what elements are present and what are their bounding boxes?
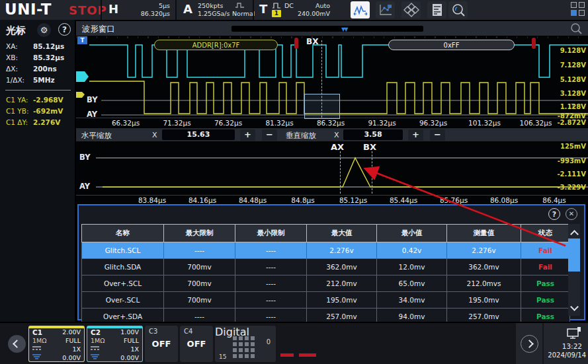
trigger-coupling: DC [284,2,294,9]
vzoom-minus-button[interactable]: − [430,129,445,141]
time-tick-label: 84.48µs [239,196,267,204]
trigger-time-marker[interactable]: T [77,36,87,44]
voltage-tick-label: -3.229V [557,184,586,191]
channel2-tile[interactable]: C21.00V 1MΩFULL 1X 0.00V [87,326,143,362]
table-cell: 34.0mv [377,292,447,309]
measure-analysis-button[interactable] [351,1,370,18]
table-scrollbar[interactable] [568,224,580,316]
time-tick-label: 106.32µs [520,119,552,127]
channel-bar-next-button[interactable] [521,335,538,353]
grid-ticks [76,36,588,38]
usb-device-icon [566,326,582,340]
acquire-section[interactable]: A 250kpts 1.25GSa/s Normal [175,0,254,20]
main-waveform-view[interactable]: T ADDR[R]:0x7F 0xFF BX BY AY T 9.128V7.1… [76,36,588,127]
cursor-readout: XB:85.32µs [0,52,76,63]
channel2-impedance: 1MΩ [91,337,105,344]
table-header-cell: 最大值 [307,225,377,242]
bus-decode-label-addr: ADDR[R]:0x7F [154,40,278,50]
channel1-tile[interactable]: C12.00V 1MΩFULL 1X 0.00V [28,326,85,362]
table-cell: Over+.SCL [82,275,164,292]
digital-channels-tile[interactable]: Digital 0 15 [215,326,276,362]
gear-icon[interactable]: ⚙ [37,23,51,37]
cursor-readout: C1 ΔY:2.276V [0,117,76,128]
zoom-waveform-view[interactable]: AX BX BY AY 125mV-993mV-2.111V-3.229V 83… [76,142,588,205]
table-cell: 65.0mv [377,275,447,292]
digital-bit [239,348,243,352]
channel-bar: C12.00V 1MΩFULL 1X 0.00V C21.00V 1MΩFULL… [0,322,588,364]
table-cell: Over-.SCL [82,292,164,309]
time-tick-label: 66.32µs [112,119,140,127]
table-header-cell: 名称 [82,225,164,242]
panel-close-icon[interactable]: ✕ [566,208,577,220]
cursor-bx-line-zoom[interactable] [372,151,372,194]
time-tick-label: 83.84µs [138,196,166,204]
time-tick-label: 85.44µs [390,196,417,204]
voltage-tick-label: 125mV [560,143,586,150]
cursor-sidebar: 光标 ⚙ ? XA:85.12µsXB:85.32µsΔX:200ns1/ΔX:… [0,20,76,322]
wave-window-titlebar: 波形窗口 ▼▼ [76,21,588,36]
voltage-tick-label: 1.128V [560,103,586,110]
time-tick-label: 84.16µs [189,196,216,204]
ground-icon [91,354,99,359]
digital-bit [239,354,243,358]
voltage-tick-label: -2.111V [557,170,586,178]
table-cell: Glitch.SDA [82,259,164,275]
channel2-bandwidth: FULL [124,337,139,344]
cursor-ax-line[interactable] [340,151,341,194]
scrollbar-thumb[interactable] [568,238,580,272]
cursor-readout: ΔX:200ns [0,63,76,75]
channel3-id: C3 [149,328,157,335]
hzoom-minus-button[interactable]: − [262,129,277,141]
limit-table-row[interactable]: Glitch.SDA700mv----362.0mv12.0mv362.0mvF… [82,259,570,275]
table-cell: ---- [164,242,235,259]
clock-date: 2024/09/14 [548,351,586,359]
table-cell: 212.0mv [307,275,377,292]
vzoom-value[interactable]: 3.58 [343,129,403,140]
time-tick-label: 85.12µs [339,196,367,204]
horizontal-section[interactable]: H 5µs 86.320µs [101,0,177,20]
limit-table-row[interactable]: Over-.SCL700mv----195.0mv34.0mv195.0mvPa… [82,292,570,309]
zoom-window-icon[interactable] [570,22,583,35]
window-layout-indicator[interactable] [571,2,586,17]
limit-table-row[interactable]: Glitch.SCL--------2.276v0.42v2.276vFail [82,242,570,259]
cursor-by-label[interactable]: BY [87,95,97,104]
scroll-down-icon[interactable] [571,300,577,312]
channel4-tile[interactable]: C4 OFF [180,326,213,362]
search-button[interactable] [448,1,468,18]
cursor-ay-label[interactable]: AY [87,110,97,119]
panel-help-icon[interactable]: ? [548,208,560,220]
status-cell: Pass [521,292,570,309]
help-icon[interactable]: ? [58,23,71,36]
channel-bar-prev-button[interactable] [8,335,26,353]
cursor-by-label-zoom[interactable]: BY [79,153,90,162]
cursor-ay-label-zoom[interactable]: AY [79,182,90,191]
hzoom-value[interactable]: 15.63 [162,129,235,140]
divider [5,90,71,91]
zoom-selection-box[interactable] [304,94,340,119]
table-header-row: 名称最大限制最小限制最大值最小值测量值状态 [82,225,570,242]
channel3-tile[interactable]: C3 OFF [145,326,178,362]
table-cell: 700mv [164,275,235,292]
record-position-marker[interactable]: ▼▼ [341,26,347,32]
xy-mode-button[interactable] [376,1,395,18]
time-tick-label: 85.76µs [440,196,468,204]
channel1-scale: 2.00V [62,328,81,336]
digital-bit [251,336,255,340]
table-cell: 195.0mv [447,292,521,309]
table-cell: ---- [235,259,307,275]
timebase-delay: 86.320µs [141,10,170,17]
error-marker-2 [532,38,536,49]
digital-bit-grid [233,336,257,360]
hzoom-plus-button[interactable]: + [240,129,255,141]
channel1-impedance: 1MΩ [32,337,47,344]
trigger-section[interactable]: T DC 1 Auto 240.00mV [253,0,335,20]
sample-rate: 1.25GSa/s [198,10,230,17]
channel4-id: C4 [184,328,192,335]
record-position-slider[interactable]: ▼▼ [231,26,423,32]
report-button[interactable] [427,1,446,18]
vzoom-plus-button[interactable]: + [408,129,423,141]
math-button[interactable] [401,1,421,18]
cursor-ax-label-zoom: AX [331,142,344,152]
limit-table-row[interactable]: Over+.SCL700mv----212.0mv65.0mv212.0mvsP… [82,275,570,292]
channel2-offset: 0.00V [120,354,139,361]
